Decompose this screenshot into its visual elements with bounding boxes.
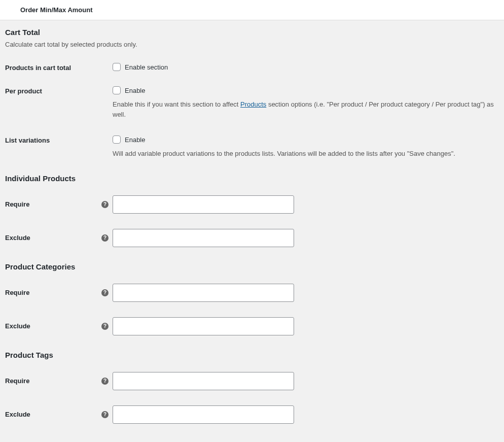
input-categories-exclude[interactable]	[113, 317, 294, 335]
checkbox-list-variations[interactable]	[113, 135, 121, 144]
individual-products-heading: Individual Products	[5, 174, 499, 183]
label-tags-exclude: Exclude	[5, 411, 101, 418]
help-icon[interactable]: ?	[101, 234, 109, 242]
cart-total-heading: Cart Total	[5, 28, 499, 37]
input-tags-exclude[interactable]	[113, 405, 294, 424]
control-products-in-cart: Enable section	[113, 61, 499, 71]
help-col: ?	[101, 378, 113, 385]
desc-per-product: Enable this if you want this section to …	[113, 99, 499, 119]
label-per-product: Per product	[5, 84, 101, 95]
help-col-empty	[101, 61, 113, 65]
desc-list-variations: Will add variable product variations to …	[113, 149, 499, 159]
checkbox-enable-section[interactable]	[113, 63, 121, 71]
desc-per-product-prefix: Enable this if you want this section to …	[113, 100, 240, 108]
label-tags-require: Require	[5, 377, 101, 385]
section-product-categories: Product Categories Require ? Exclude ?	[5, 262, 499, 335]
row-categories-require: Require ?	[5, 284, 499, 302]
product-categories-heading: Product Categories	[5, 262, 499, 271]
help-col: ?	[101, 411, 113, 418]
row-categories-exclude: Exclude ?	[5, 317, 499, 335]
checkbox-label-list-variations: Enable	[125, 136, 145, 144]
section-individual-products: Individual Products Require ? Exclude ?	[5, 174, 499, 247]
section-cart-total: Cart Total Calculate cart total by selec…	[5, 28, 499, 159]
help-icon[interactable]: ?	[101, 323, 109, 330]
control-list-variations: Enable Will add variable product variati…	[113, 133, 499, 159]
product-tags-heading: Product Tags	[5, 351, 499, 359]
label-individual-exclude: Exclude	[5, 234, 101, 242]
label-list-variations: List variations	[5, 133, 101, 144]
help-col: ?	[101, 234, 113, 242]
row-list-variations: List variations Enable Will add variable…	[5, 133, 499, 159]
top-bar: Order Min/Max Amount	[0, 0, 504, 20]
checkbox-per-product[interactable]	[113, 86, 121, 94]
page-title: Order Min/Max Amount	[20, 6, 93, 14]
row-tags-exclude: Exclude ?	[5, 405, 499, 424]
checkbox-wrapper-list-variations[interactable]: Enable	[113, 135, 499, 144]
label-categories-require: Require	[5, 289, 101, 296]
products-link[interactable]: Products	[240, 100, 266, 108]
checkbox-label-enable-section: Enable section	[125, 63, 168, 71]
help-col-empty	[101, 133, 113, 138]
help-col: ?	[101, 201, 113, 208]
help-icon[interactable]: ?	[101, 201, 109, 208]
help-col: ?	[101, 323, 113, 330]
control-per-product: Enable Enable this if you want this sect…	[113, 84, 499, 119]
checkbox-label-per-product: Enable	[125, 87, 145, 94]
section-product-tags: Product Tags Require ? Exclude ?	[5, 351, 499, 424]
cart-total-description: Calculate cart total by selected product…	[5, 41, 499, 48]
help-col: ?	[101, 289, 113, 296]
help-icon[interactable]: ?	[101, 378, 109, 385]
row-products-in-cart: Products in cart total Enable section	[5, 61, 499, 72]
input-categories-require[interactable]	[113, 284, 294, 302]
row-individual-require: Require ?	[5, 195, 499, 214]
checkbox-wrapper-enable-section[interactable]: Enable section	[113, 63, 499, 71]
label-individual-require: Require	[5, 200, 101, 208]
row-tags-require: Require ?	[5, 372, 499, 390]
content-area: Cart Total Calculate cart total by selec…	[0, 20, 504, 439]
help-col-empty	[101, 84, 113, 89]
row-per-product: Per product Enable Enable this if you wa…	[5, 84, 499, 119]
help-icon[interactable]: ?	[101, 411, 109, 418]
checkbox-wrapper-per-product[interactable]: Enable	[113, 86, 499, 94]
row-individual-exclude: Exclude ?	[5, 229, 499, 247]
label-categories-exclude: Exclude	[5, 322, 101, 330]
input-individual-exclude[interactable]	[113, 229, 294, 247]
label-products-in-cart: Products in cart total	[5, 61, 101, 72]
help-icon[interactable]: ?	[101, 289, 109, 296]
input-individual-require[interactable]	[113, 195, 294, 214]
input-tags-require[interactable]	[113, 372, 294, 390]
